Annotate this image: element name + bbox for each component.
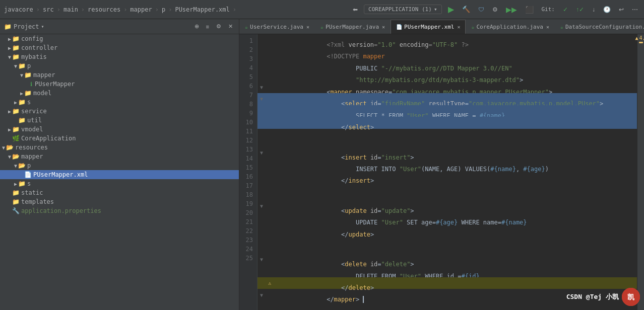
fold-gutter[interactable]: ▼ [257, 93, 266, 105]
git-pull-button[interactable]: ↓ [590, 5, 597, 14]
code-text [274, 236, 637, 245]
tab-PUserMapper-xml[interactable]: 📄 PUserMapper.xml ✕ [391, 20, 466, 34]
git-commit-button[interactable]: ✓ [561, 5, 570, 14]
chevron-icon: ▼ [20, 72, 23, 78]
fold-gutter[interactable]: ▼ [257, 147, 266, 159]
warning-icon: ⚠ [268, 280, 271, 286]
tree-item[interactable]: ▼ 📂 resources [0, 143, 239, 152]
folder-icon: 📁 [12, 53, 20, 60]
tab-UserService[interactable]: ☕ UserService.java ✕ [239, 20, 315, 34]
git-more-button[interactable]: ⋯ [630, 5, 640, 14]
tree-label: controller [21, 44, 57, 51]
tree-item[interactable]: ▶ 📁 controller [0, 43, 239, 52]
debug-button[interactable]: ▶▶ [504, 5, 519, 15]
sidebar-collapse-button[interactable]: ⊕ [192, 22, 201, 31]
tree-item[interactable]: ▼ 📁 mybatis [0, 52, 239, 61]
tree-item[interactable]: ▼ 📁 p [0, 61, 239, 70]
tree-item[interactable]: ▶ 📁 s [0, 179, 239, 188]
code-line: <!DOCTYPE mapper [257, 46, 637, 57]
run-config-selector[interactable]: COREAPPLICATION (1) ▾ [364, 5, 441, 14]
warn-gutter [266, 105, 274, 117]
run-button[interactable]: ▶ [446, 4, 456, 15]
sidebar-scroll-button[interactable]: ≡ [204, 22, 211, 31]
tree-item[interactable]: ▶ 📁 service [0, 107, 239, 116]
coverage-button[interactable]: 🛡 [476, 5, 486, 14]
stop-button[interactable]: ⬛ [523, 5, 536, 15]
sidebar-actions: ⊕ ≡ ⚙ ✕ [192, 22, 235, 31]
code-text [274, 129, 637, 138]
warn-gutter [266, 182, 274, 191]
nav-back-button[interactable]: ⬅ [351, 5, 360, 14]
tab-close-icon[interactable]: ✕ [306, 24, 309, 30]
java-icon: ☕ [320, 24, 324, 30]
fold-gutter[interactable]: ▼ [257, 82, 266, 93]
warn-gutter [266, 289, 274, 300]
chevron-icon: ▶ [14, 100, 17, 105]
fold-gutter [257, 105, 266, 117]
git-push-button[interactable]: ↑✓ [574, 5, 586, 14]
code-text: INSERT INTO "User"(NAME, AGE) VALUES(#{n… [274, 159, 637, 170]
git-revert-button[interactable]: ↩ [617, 5, 626, 14]
properties-icon: 🔧 [12, 207, 20, 214]
fold-gutter[interactable]: ▼ [257, 200, 266, 212]
tree-item[interactable]: ▶ 📄 PUserMapper.xml [0, 170, 239, 179]
breadcrumb-p[interactable]: p [162, 6, 165, 13]
tree-item[interactable]: ▶ 📁 config [0, 34, 239, 43]
warn-gutter [266, 69, 274, 81]
tree-item[interactable]: ▶ 📁 s [0, 98, 239, 107]
git-history-button[interactable]: 🕐 [601, 5, 613, 14]
breadcrumb-main[interactable]: main [63, 6, 78, 13]
tree-item[interactable]: ▼ 📂 p [0, 161, 239, 170]
breadcrumb-src[interactable]: src [43, 6, 54, 13]
folder-icon: 📂 [12, 153, 20, 160]
code-line: ▼ <delete id="delete"> [257, 254, 637, 265]
breadcrumb-resources[interactable]: resources [88, 6, 120, 13]
code-line: INSERT INTO "User"(NAME, AGE) VALUES(#{n… [257, 159, 637, 170]
tree-item[interactable]: ▶ 🔧 application.properties [0, 206, 239, 215]
tab-close-icon[interactable]: ✕ [382, 24, 385, 30]
watermark-text: CSDN @Tej 小凯 [566, 292, 619, 301]
folder-icon: 📁 [24, 90, 32, 97]
code-text: DELETE FROM "User" WHERE id =#{id} [274, 266, 637, 277]
tab-CoreApplication[interactable]: ☕ CoreApplication.java ✕ [466, 20, 555, 34]
chevron-icon: ▼ [8, 54, 11, 60]
breadcrumb-javacore[interactable]: javacore [4, 6, 33, 13]
warn-gutter [266, 200, 274, 212]
sidebar-gear-button[interactable]: ⚙ [214, 22, 223, 31]
sidebar-close-button[interactable]: ✕ [226, 22, 235, 31]
fold-gutter[interactable]: ▼ [257, 289, 266, 300]
profile-button[interactable]: ⚙ [490, 5, 500, 14]
tree-item[interactable]: ▶ 📁 templates [0, 197, 239, 206]
build-button[interactable]: 🔨 [460, 5, 472, 14]
warn-gutter [266, 236, 274, 245]
code-container[interactable]: 12345 678910 1112131415 1617181920 21222… [239, 34, 637, 310]
tab-PUserMapper-java[interactable]: ☕ PUserMapper.java ✕ [315, 20, 391, 34]
breadcrumb-mapper[interactable]: mapper [130, 6, 152, 13]
tree-item[interactable]: ▶ 📁 static [0, 188, 239, 197]
tab-close-icon[interactable]: ✕ [546, 24, 549, 30]
tree-item[interactable]: ▶ 📁 vmodel [0, 125, 239, 134]
tree-item[interactable]: ▶ 🌿 CoreApplication [0, 134, 239, 143]
warn-gutter [266, 46, 274, 57]
svg-text:凯: 凯 [627, 293, 635, 301]
folder-icon: 📁 [18, 180, 26, 187]
code-line: ▼ <update id="update"> [257, 200, 637, 212]
fold-gutter [257, 34, 266, 46]
right-scrollbar[interactable]: ▲ 4 ▲ [637, 34, 644, 310]
tab-DataSource[interactable]: ☕ DataSourceConfiguration. ✕ [555, 20, 644, 34]
tree-item[interactable]: ▼ 📂 mapper [0, 152, 239, 161]
breadcrumb-file[interactable]: PUserMapper.xml [175, 6, 229, 13]
editor-tabs: ☕ UserService.java ✕ ☕ PUserMapper.java … [239, 19, 644, 34]
tree-item[interactable]: ▼ 📁 mapper [0, 70, 239, 80]
code-text: </insert> [274, 170, 637, 182]
folder-icon: 📁 [12, 189, 20, 196]
tree-label: config [21, 35, 43, 42]
warn-gutter [266, 212, 274, 223]
chevron-icon: ▼ [14, 163, 17, 169]
folder-icon: 📁 [12, 108, 20, 115]
fold-gutter[interactable]: ▼ [257, 254, 266, 265]
tree-item[interactable]: ▶ 📁 util [0, 116, 239, 125]
tree-item[interactable]: ▶ ℹ PUserMapper [0, 80, 239, 89]
tab-close-icon[interactable]: ✕ [457, 24, 460, 30]
tree-item[interactable]: ▶ 📁 model [0, 89, 239, 98]
